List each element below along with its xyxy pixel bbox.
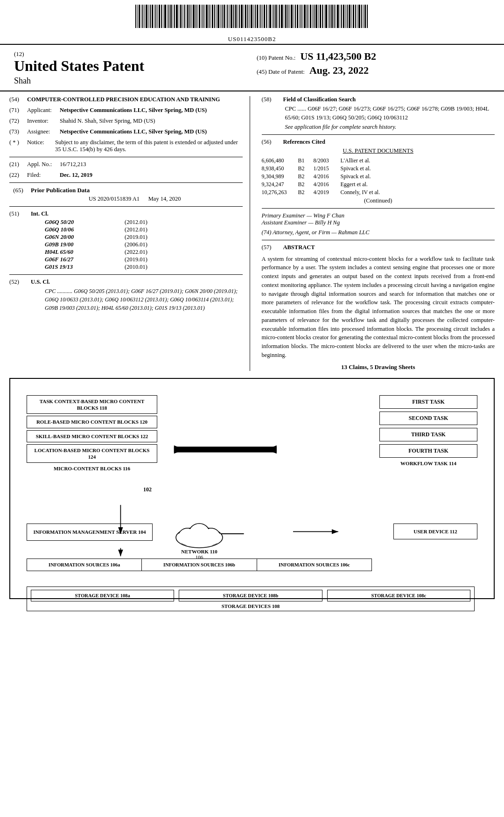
refs-subheader: U.S. PATENT DOCUMENTS	[262, 147, 495, 154]
abstract-num: (57)	[262, 244, 280, 251]
svg-rect-97	[320, 5, 321, 28]
mc-group-label: MICRO-CONTENT BLOCKS 116	[27, 466, 157, 471]
svg-rect-96	[318, 5, 319, 28]
svg-rect-44	[217, 5, 219, 28]
abstract-text: A system for streaming of contextual mic…	[262, 255, 495, 360]
mc-block-2: SKILL-BASED MICRO CONTENT BLOCKS 122	[27, 430, 157, 442]
ref-author: L'Allier et al.	[341, 157, 371, 164]
svg-rect-124	[174, 447, 277, 452]
int-cl-year: (2019.01)	[125, 256, 147, 263]
svg-rect-3	[141, 5, 141, 28]
svg-rect-9	[152, 5, 153, 28]
svg-rect-54	[238, 5, 238, 28]
field-71-label: Applicant:	[27, 107, 60, 114]
svg-rect-65	[259, 5, 259, 28]
svg-rect-23	[179, 5, 179, 28]
info-source-c: INFORMATION SOURCES 106c	[257, 559, 371, 571]
svg-rect-7	[148, 5, 149, 28]
svg-rect-93	[312, 5, 313, 28]
svg-rect-98	[322, 5, 323, 28]
svg-rect-45	[220, 5, 221, 28]
field-73-label: Assignee:	[27, 128, 60, 135]
ref-date: 4/2016	[314, 181, 337, 188]
ref-row: 6,606,480B18/2003L'Allier et al.	[262, 157, 495, 164]
svg-rect-91	[308, 5, 309, 28]
cpc-text: CPC ........... G06Q 50/205 (2013.01); G…	[45, 287, 243, 312]
svg-rect-51	[231, 5, 232, 28]
field-73-content: Netspective Communications LLC, Silver S…	[60, 128, 243, 135]
ref-author: Spivack et al.	[341, 173, 371, 180]
int-cl-code: H04L 65/60	[45, 249, 73, 256]
storage-group-label: STORAGE DEVICES 108	[31, 603, 470, 609]
svg-rect-108	[341, 5, 342, 28]
field-21: (21) Appl. No.: 16/712,213	[9, 161, 243, 168]
notice-num: ( * )	[9, 139, 27, 153]
svg-rect-78	[284, 5, 284, 28]
cpc-cpc-text: CPC ........... G06Q 50/205 (2013.01); G…	[45, 288, 238, 311]
ref-num: 10,276,263	[262, 189, 294, 196]
patent-no-value: US 11,423,500 B2	[300, 50, 376, 63]
storage-outer: STORAGE DEVICE 108a STORAGE DEVICE 108b …	[27, 587, 475, 611]
svg-rect-76	[279, 5, 280, 28]
svg-rect-46	[222, 5, 223, 28]
foc-content: CPC ...... G06F 16/27; G06F 16/273; G06F…	[285, 105, 495, 122]
svg-rect-101	[328, 5, 329, 28]
svg-rect-40	[210, 5, 211, 28]
field-54-num: (54)	[9, 96, 27, 103]
svg-rect-121	[367, 5, 368, 28]
svg-rect-63	[255, 5, 256, 28]
svg-rect-70	[268, 5, 268, 28]
ref-row: 9,324,247B24/2016Eggert et al.	[262, 181, 495, 188]
svg-rect-4	[142, 5, 143, 28]
int-cl-code: G06Q 10/06	[45, 226, 74, 233]
svg-rect-71	[269, 5, 271, 28]
mc-block-0: TASK CONTEXT-BASED MICRO CONTENT BLOCKS …	[27, 395, 157, 414]
svg-rect-37	[204, 5, 205, 28]
svg-rect-55	[239, 5, 240, 28]
task-first: FIRST TASK	[379, 395, 477, 409]
svg-rect-104	[334, 5, 335, 28]
svg-rect-47	[224, 5, 225, 28]
ref-row: 8,938,450B21/2015Spivack et al.	[262, 165, 495, 172]
svg-rect-13	[159, 5, 160, 28]
svg-rect-8	[150, 5, 151, 28]
int-cl-year: (2012.01)	[125, 226, 147, 233]
svg-rect-38	[206, 5, 208, 28]
field-21-content: 16/712,213	[60, 161, 243, 168]
ref-type: B2	[298, 165, 310, 172]
svg-rect-12	[157, 5, 158, 28]
svg-rect-26	[184, 5, 185, 28]
svg-rect-39	[209, 5, 210, 28]
svg-rect-22	[176, 5, 178, 28]
int-cl-table: G06Q 50/20(2012.01)G06Q 10/06(2012.01)G0…	[45, 219, 243, 271]
int-cl-row: H04L 65/60(2022.01)	[45, 249, 147, 256]
svg-marker-123	[266, 445, 277, 454]
field-71-content: Netspective Communications LLC, Silver S…	[60, 107, 243, 114]
int-cl-year: (2012.01)	[125, 219, 147, 226]
header-left: (12) United States Patent Shah	[14, 50, 247, 86]
svg-rect-29	[189, 5, 190, 28]
mc-block-3: LOCATION-BASED MICRO CONTENT BLOCKS 124	[27, 444, 157, 463]
svg-rect-87	[301, 5, 301, 28]
info-source-a: INFORMATION SOURCES 106a	[27, 559, 142, 571]
int-cl-year: (2006.01)	[125, 241, 147, 248]
ref-type: B2	[298, 189, 310, 196]
attorney: (74) Attorney, Agent, or Firm — Rahman L…	[262, 229, 495, 236]
svg-rect-56	[241, 5, 243, 28]
primary-examiner: Primary Examiner — Wing F Chan	[262, 212, 495, 219]
storage-device-c: STORAGE DEVICE 108c	[327, 590, 470, 601]
field-73: (73) Assignee: Netspective Communication…	[9, 128, 243, 135]
int-cl-row: G06Q 10/06(2012.01)	[45, 226, 147, 233]
int-cl-num: (51)	[9, 210, 27, 217]
info-server: INFORMATION MANAGENMENT SERVER 104	[27, 524, 153, 541]
int-cl-label: Int. Cl.	[31, 210, 49, 217]
svg-rect-60	[249, 5, 250, 28]
patent-title: United States Patent	[14, 58, 247, 74]
svg-rect-15	[163, 5, 163, 28]
svg-rect-33	[197, 5, 198, 28]
ref-date: 4/2019	[314, 189, 337, 196]
svg-rect-112	[349, 5, 350, 28]
arrow-102-label: 102	[143, 486, 152, 493]
foc-label: Field of Classification Search	[283, 96, 356, 103]
assistant-examiner: Assistant Examiner — Billy H Ng	[262, 219, 495, 226]
